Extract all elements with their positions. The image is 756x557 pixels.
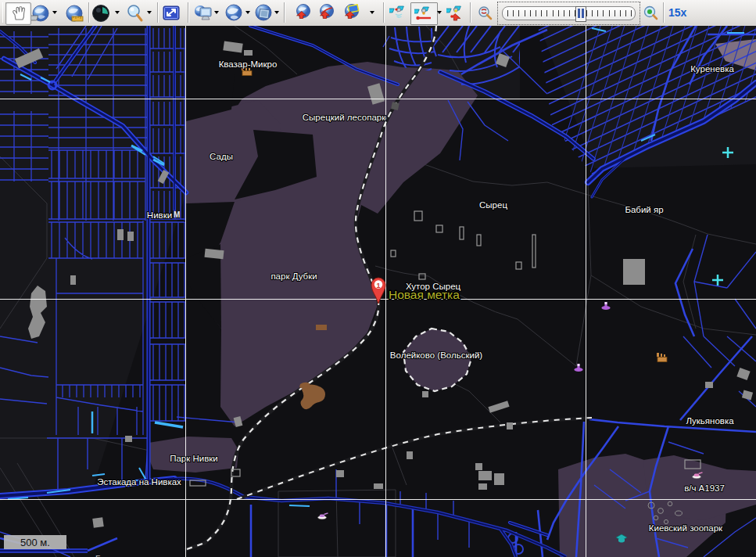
svg-text:Нивки: Нивки [147, 210, 172, 220]
svg-text:Эстакада на Нивках: Эстакада на Нивках [97, 477, 181, 487]
svg-text:Сырецкий лесопарк: Сырецкий лесопарк [303, 113, 386, 122]
svg-text:в/ч А1937: в/ч А1937 [684, 483, 725, 493]
svg-text:Сады: Сады [210, 152, 233, 161]
svg-text:Лукьяновка: Лукьяновка [686, 416, 734, 426]
svg-text:Новая метка: Новая метка [389, 288, 460, 301]
svg-text:Киевский зоопарк: Киевский зоопарк [649, 523, 723, 533]
svg-text:Квазар-Микро: Квазар-Микро [219, 59, 278, 69]
svg-text:М: М [174, 210, 180, 219]
svg-text:парк Дубки: парк Дубки [271, 271, 317, 281]
svg-text:Беличи: Беличи [95, 554, 124, 557]
svg-text:Волейково (Вольский): Волейково (Вольский) [390, 350, 482, 360]
svg-text:Сырец: Сырец [479, 200, 507, 210]
svg-text:500 м.: 500 м. [20, 537, 50, 548]
svg-text:Куреневка: Куреневка [690, 64, 734, 74]
svg-text:1: 1 [376, 282, 380, 289]
svg-text:Бабий яр: Бабий яр [625, 205, 663, 214]
svg-text:Парк Нивки: Парк Нивки [170, 454, 218, 463]
